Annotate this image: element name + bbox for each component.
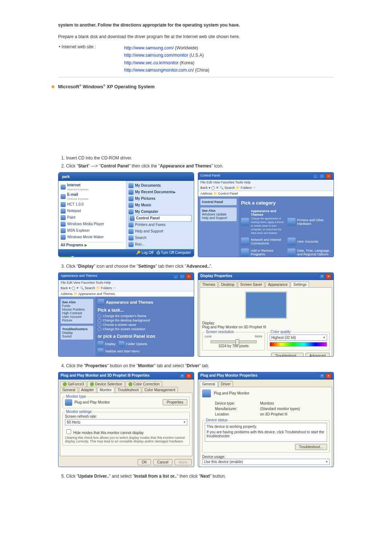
sm-msn[interactable]: MSN Explorer	[61, 227, 124, 234]
cp-folderopts[interactable]: Folder Options	[119, 341, 147, 347]
sm-wmp[interactable]: Windows Media Player	[61, 221, 124, 227]
logoff-button[interactable]: 🔑 Log Off	[136, 251, 153, 255]
cat-datetime[interactable]: Date, Time, Language, and Regional Optio…	[287, 248, 332, 256]
apt-side-uap[interactable]: User Account Picture	[62, 315, 82, 322]
sm-help[interactable]: Help and Support	[128, 228, 192, 235]
status-text: This device is working properly.	[207, 425, 325, 429]
tab-driver[interactable]: Driver	[219, 381, 233, 387]
tab-gf3[interactable]: 🟢 GeForce3	[60, 381, 86, 387]
apt-menu[interactable]: File Edit View Favorites Tools Help	[58, 280, 194, 285]
turnoff-button[interactable]: ⏻ Turn Off Computer	[156, 251, 191, 255]
hide-modes-checkbox[interactable]	[66, 429, 71, 434]
troubleshoot-button[interactable]: Troubleshoot...	[271, 353, 303, 357]
color-quality-select[interactable]: Highest (32 bit)	[270, 335, 327, 341]
sm-printers[interactable]: Printers and Faxes	[128, 222, 192, 228]
minimize-icon[interactable]: _	[173, 274, 179, 279]
cp-display[interactable]: Display	[98, 341, 116, 347]
link-worldwide[interactable]: http://www.samsung.com/	[124, 45, 174, 50]
usage-select[interactable]: Use this device (enable)	[202, 459, 330, 465]
start-button[interactable]: start	[58, 256, 74, 257]
cp-menu[interactable]: File Edit View Favorites Tools Help	[198, 180, 334, 185]
sm-notepad[interactable]: Notepad	[61, 208, 124, 214]
sm-recent[interactable]: My Recent Documents ▸	[128, 189, 192, 195]
monset-legend: Monitor settings	[65, 410, 93, 414]
sm-hct[interactable]: HCT 1.0.0	[61, 201, 124, 208]
apt-ts-sound[interactable]: Sound	[62, 335, 72, 338]
sm-run[interactable]: Run...	[128, 241, 192, 248]
sm-mypics[interactable]: My Pictures	[128, 195, 192, 202]
cp-toolbar[interactable]: Back ▾ ◯ ✕ 🔍 Search 📁 Folders ⋯	[198, 185, 334, 191]
advanced-button[interactable]: Advanced	[306, 353, 330, 357]
troubleshoot-button[interactable]: Troubleshoot...	[295, 444, 327, 450]
tab-general[interactable]: General	[200, 381, 218, 387]
dp-display-label: Display:	[202, 321, 215, 325]
sm-email[interactable]: E-mailOutlook Express	[61, 192, 124, 201]
status-help: If you are having problems with this dev…	[207, 430, 325, 438]
task-bg[interactable]: Change the desktop background	[98, 319, 192, 322]
link-usa[interactable]: http://www.samsung.com/monitor	[124, 53, 188, 58]
help-icon[interactable]: ?	[319, 373, 325, 378]
tab-general[interactable]: General	[60, 387, 78, 393]
cp-side-box: Control Panel	[200, 199, 237, 205]
maximize-icon[interactable]: □	[319, 174, 325, 179]
properties-button[interactable]: Properties	[163, 399, 187, 405]
sm-mymusic[interactable]: My Music	[128, 202, 192, 208]
cp-side-winupdate[interactable]: Windows Update	[202, 212, 226, 216]
cancel-button[interactable]: Cancel	[153, 459, 172, 465]
apt-tip: Resize the appearance of your desktop, s…	[98, 356, 192, 357]
cat-printers[interactable]: Printers and Other Hardware	[287, 209, 332, 235]
tab-monitor[interactable]: Monitor	[97, 387, 114, 393]
link-china[interactable]: http://www.samsungmonitor.com.cn/	[124, 68, 194, 73]
sm-wmm[interactable]: Windows Movie Maker	[61, 234, 124, 240]
link-korea[interactable]: http://www.sec.co.kr/monitor	[124, 60, 179, 65]
sm-mydocs[interactable]: My Documents	[128, 182, 192, 189]
sm-all-programs[interactable]: All Programs ▶	[61, 242, 124, 248]
apt-side-fonts[interactable]: Fonts	[62, 304, 70, 308]
close-icon[interactable]: ×	[186, 373, 192, 378]
apt-toolbar[interactable]: Back ▾ ◯ ✕ 🔍 Search 📁 Folders ⋯	[58, 285, 194, 291]
sm-paint[interactable]: Paint	[61, 214, 124, 221]
apt-side-mousep[interactable]: Mouse Pointers	[62, 308, 85, 311]
tab-adapter[interactable]: Adapter	[79, 387, 97, 393]
tab-screensaver[interactable]: Screen Saver	[238, 281, 265, 287]
ok-button[interactable]: OK	[138, 459, 151, 465]
tab-desktop[interactable]: Desktop	[219, 281, 237, 287]
sm-controlpanel[interactable]: Control Panel	[128, 215, 192, 222]
resolution-slider[interactable]	[211, 340, 257, 343]
cp-taskbar[interactable]: Taskbar and Start Menu	[98, 348, 192, 354]
apt-side-highc[interactable]: High Contrast	[62, 311, 82, 315]
os-heading: Microsoft® Windows® XP Operating System	[52, 84, 334, 89]
task-theme[interactable]: Change the computer's theme	[98, 314, 192, 318]
tab-devicesel[interactable]: 🟢 Device Selection	[87, 381, 124, 387]
cp-side-help[interactable]: Help and Support	[202, 216, 227, 220]
cat-addremove[interactable]: Add or Remove Programs	[241, 248, 285, 256]
tab-colorcorr[interactable]: 🟢 Color Correction	[126, 381, 163, 387]
tab-troubleshoot[interactable]: Troubleshoot	[115, 387, 141, 393]
apt-ts-display[interactable]: Display	[62, 331, 73, 335]
refresh-select[interactable]: 60 Hertz	[65, 419, 187, 425]
cat-network[interactable]: Network and Internet Connections	[241, 238, 285, 246]
sm-mycomputer[interactable]: My Computer	[128, 208, 192, 215]
task-ss[interactable]: Choose a screen saver	[98, 323, 192, 327]
help-icon[interactable]: ?	[179, 373, 185, 378]
close-icon[interactable]: ×	[186, 274, 192, 279]
sm-internet[interactable]: InternetInternet Explorer	[61, 182, 124, 192]
task-res[interactable]: Change the screen resolution	[98, 327, 192, 331]
minimize-icon[interactable]: _	[313, 174, 318, 179]
apt-address[interactable]: Address 📁 Appearance and Themes	[58, 291, 194, 297]
tab-settings[interactable]: Settings	[291, 281, 309, 288]
sm-search[interactable]: Search	[128, 235, 192, 241]
tab-colormgmt[interactable]: Color Management	[142, 387, 178, 393]
tab-appearance[interactable]: Appearance	[265, 281, 290, 287]
close-icon[interactable]: ×	[326, 373, 331, 378]
cp-address[interactable]: Address 📁 Control Panel	[198, 191, 334, 197]
maximize-icon[interactable]: □	[179, 274, 185, 279]
close-icon[interactable]: ×	[326, 174, 331, 179]
folder-icon	[128, 196, 134, 201]
cat-appearance-themes[interactable]: Appearance and ThemesChange the appearan…	[241, 209, 285, 235]
apply-button[interactable]: Apply	[175, 459, 192, 465]
tab-themes[interactable]: Themes	[200, 281, 218, 287]
close-icon[interactable]: ×	[326, 274, 331, 279]
help-icon[interactable]: ?	[319, 274, 325, 279]
cat-users[interactable]: User Accounts	[287, 238, 332, 246]
